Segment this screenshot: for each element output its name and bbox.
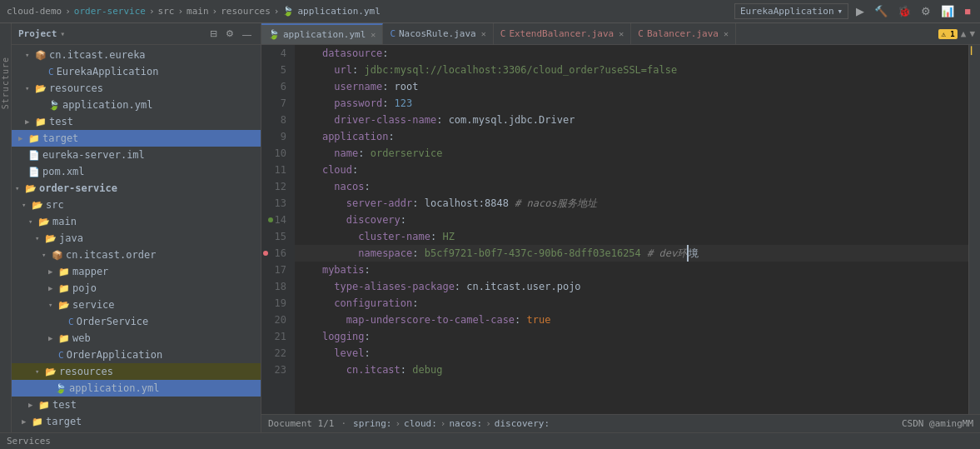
arrow-order-res: ▾: [35, 367, 45, 376]
services-label[interactable]: Services: [7, 436, 51, 447]
collapse-all-button[interactable]: ⊟: [207, 27, 220, 41]
gutter-11: 11: [261, 162, 290, 178]
code-line-19: configuration:: [295, 295, 968, 312]
debug-button[interactable]: 🐞: [895, 3, 913, 19]
project-sidebar: Project ▾ ⊟ ⚙ — ▾ 📦 cn.itcast.eureka C E…: [12, 23, 261, 432]
tree-label-mapper: mapper: [72, 266, 108, 277]
code-line-4: datasource:: [295, 45, 968, 62]
arrow-order-test: ▶: [28, 401, 38, 409]
title-bar: cloud-demo › order-service › src › main …: [0, 0, 980, 23]
code-line-7: password: 123: [295, 95, 968, 112]
close-button[interactable]: ■: [962, 3, 973, 19]
tree-label-order-resources: resources: [59, 366, 113, 377]
warning-up-icon[interactable]: ▲: [961, 28, 967, 39]
tree-item-order-yml[interactable]: 🍃 application.yml: [12, 380, 261, 397]
tree-item-test[interactable]: ▶ 📁 test: [12, 113, 261, 130]
editor-code[interactable]: datasource: url: jdbc:mysql://localhost:…: [295, 45, 968, 414]
folder-icon-resources: 📂: [35, 83, 47, 94]
arrow-order-target: ▶: [22, 417, 32, 426]
tree-item-src[interactable]: ▾ 📂 src: [12, 197, 261, 213]
gutter-6: 6: [261, 78, 290, 95]
tree-label-order-service-class: OrderService: [77, 316, 149, 327]
folder-icon-mapper: 📁: [58, 267, 70, 277]
tab-close-extend[interactable]: ✕: [619, 29, 624, 38]
breadcrumb-cloud-demo[interactable]: cloud-demo: [7, 6, 62, 17]
tree-item-eureka-package[interactable]: ▾ 📦 cn.itcast.eureka: [12, 47, 261, 63]
code-line-5: url: jdbc:mysql://localhost:3306/cloud_o…: [295, 62, 968, 78]
tree-label-order-target: target: [46, 416, 82, 427]
folder-icon-order-resources: 📂: [45, 367, 57, 377]
tab-application-yml[interactable]: 🍃 application.yml ✕: [261, 23, 383, 44]
chevron-down-icon: ▾: [838, 6, 843, 17]
tree-item-service[interactable]: ▾ 📂 service: [12, 297, 261, 313]
build-button[interactable]: 🔨: [872, 3, 890, 19]
editor-right-scrollbar[interactable]: ▎: [968, 45, 980, 414]
folder-icon-target: 📁: [28, 133, 40, 144]
code-line-14: discovery:: [295, 212, 968, 228]
iml-icon-eureka: 📄: [28, 150, 40, 161]
tab-close-balancer[interactable]: ✕: [724, 29, 729, 38]
folder-icon-test: 📁: [35, 117, 47, 127]
arrow-cn-order: ▾: [42, 251, 52, 259]
tree-label-order-service: order-service: [39, 182, 117, 194]
tree-item-target-eureka[interactable]: ▶ 📁 target: [12, 130, 261, 147]
profile-button[interactable]: 📊: [938, 3, 957, 19]
tab-close-app-yml[interactable]: ✕: [371, 30, 376, 39]
code-line-6: username: root: [295, 78, 968, 95]
tree-item-pom[interactable]: 📄 pom.xml: [12, 163, 261, 180]
folder-icon-order-test: 📁: [38, 400, 50, 411]
tree-item-mapper[interactable]: ▶ 📁 mapper: [12, 263, 261, 280]
tree-item-order-target[interactable]: ▶ 📁 target: [12, 413, 261, 430]
tree-item-pojo[interactable]: ▶ 📁 pojo: [12, 280, 261, 297]
gutter-19: 19: [261, 295, 290, 312]
project-dropdown-icon[interactable]: ▾: [60, 29, 65, 38]
breadcrumb: cloud-demo › order-service › src › main …: [7, 6, 381, 17]
tree-label-service: service: [72, 299, 115, 311]
hide-sidebar-button[interactable]: —: [240, 27, 254, 41]
document-info: Document 1/1: [268, 418, 334, 429]
settings-button[interactable]: ⚙: [223, 27, 236, 41]
tab-balancer[interactable]: C Balancer.java ✕: [631, 23, 736, 44]
sidebar-header-icons: ⊟ ⚙ —: [207, 27, 254, 41]
tab-extend-balancer[interactable]: C ExtendBalancer.java ✕: [494, 23, 632, 44]
tree-item-web[interactable]: ▶ 📁 web: [12, 330, 261, 347]
arrow-pojo: ▶: [48, 284, 58, 292]
arrow-test: ▶: [25, 117, 35, 126]
tree-item-order-resources[interactable]: ▾ 📂 resources: [12, 363, 261, 380]
tree-item-resources-eureka[interactable]: ▾ 📂 resources: [12, 80, 261, 97]
folder-icon-java: 📂: [45, 233, 57, 244]
project-label: Project: [18, 28, 57, 39]
gutter-18: 18: [261, 278, 290, 295]
warning-down-icon[interactable]: ▼: [969, 28, 975, 39]
editor-panel: 🍃 application.yml ✕ C NacosRule.java ✕ C…: [261, 23, 980, 432]
tree-item-java[interactable]: ▾ 📂 java: [12, 230, 261, 247]
java-icon-eureka-app: C: [48, 67, 54, 77]
tree-item-eureka-yml[interactable]: 🍃 application.yml: [12, 97, 261, 113]
gutter-12: 12: [261, 178, 290, 195]
tree-item-eureka-iml[interactable]: 📄 eureka-server.iml: [12, 147, 261, 163]
breadcrumb-nacos: nacos:: [449, 418, 482, 429]
tab-nacos-rule[interactable]: C NacosRule.java ✕: [383, 23, 493, 44]
run-config-dropdown[interactable]: EurekaApplication ▾: [734, 3, 848, 19]
title-bar-right: EurekaApplication ▾ ▶ 🔨 🐞 ⚙ 📊 ■: [734, 3, 973, 19]
tree-label-java: java: [59, 232, 83, 244]
breadcrumb-cloud: cloud:: [404, 418, 437, 429]
tree-item-order-test[interactable]: ▶ 📁 test: [12, 397, 261, 413]
tree-item-order-app[interactable]: C OrderApplication: [12, 347, 261, 363]
code-line-12: nacos:: [295, 178, 968, 195]
tree-item-main[interactable]: ▾ 📂 main: [12, 213, 261, 230]
coverage-button[interactable]: ⚙: [918, 3, 933, 19]
tree-item-eureka-app[interactable]: C EurekaApplication: [12, 63, 261, 80]
breadcrumb-order-service[interactable]: order-service: [74, 6, 146, 17]
editor-gutter: 4 5 6 7 8 9 10 11 12 13 14 15 16 17 18 1: [261, 45, 295, 414]
java-tab-icon-nacos: C: [390, 28, 395, 39]
package-icon-order: 📦: [52, 250, 63, 261]
gutter-23: 23: [261, 362, 290, 378]
run-button[interactable]: ▶: [853, 3, 867, 19]
tab-close-nacos[interactable]: ✕: [481, 29, 486, 38]
tree-item-order-service[interactable]: ▾ 📂 order-service: [12, 180, 261, 197]
tree-label-resources: resources: [49, 82, 103, 94]
tree-item-order-service-class[interactable]: C OrderService: [12, 313, 261, 330]
java-icon-order-app: C: [58, 350, 64, 361]
tree-item-cn-itcast-order[interactable]: ▾ 📦 cn.itcast.order: [12, 247, 261, 263]
